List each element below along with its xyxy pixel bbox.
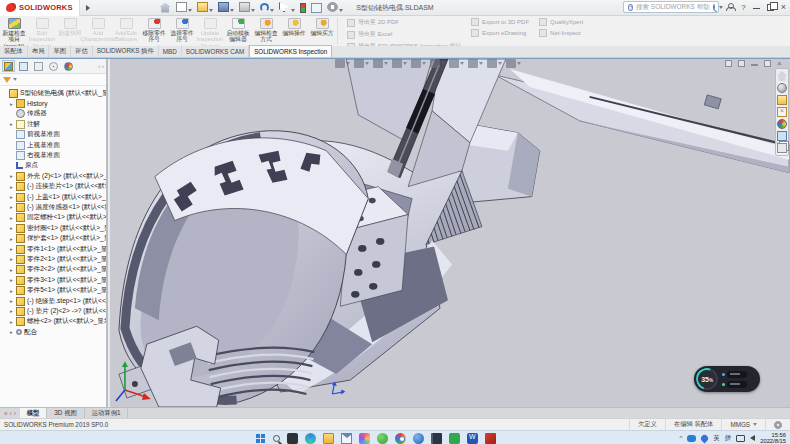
panel-globe-icon[interactable] [777, 83, 787, 93]
tool-dropdown-icon[interactable] [403, 62, 407, 65]
rebuild-icon[interactable] [300, 3, 306, 13]
options-icon[interactable] [327, 2, 338, 12]
ribbon-button[interactable]: 新建检查项目(amp;N) [0, 16, 28, 46]
tree-item[interactable]: 零件2<2> (默认<<默认>_显示状 [0, 265, 106, 275]
ribbon-button[interactable]: 移除零件序号 [140, 16, 168, 46]
tool-dropdown-icon[interactable] [498, 62, 502, 65]
ribbon-button[interactable]: Add/Edit Balloons [112, 16, 140, 46]
tree-item[interactable]: 保护套<1> (默认<<默认>_显示状 [0, 233, 106, 243]
headsup-tool[interactable] [430, 59, 445, 68]
doc-restore-button[interactable] [764, 60, 771, 67]
select-dropdown-icon[interactable] [291, 9, 295, 12]
headsup-tool[interactable] [354, 59, 369, 68]
help-menu-icon[interactable]: ? [741, 3, 745, 12]
chrome-icon[interactable] [395, 433, 406, 444]
word-app-icon[interactable] [467, 433, 478, 444]
zoom-overlay-widget[interactable]: 35% [694, 366, 760, 392]
tree-item[interactable]: 上视基准面 [0, 140, 106, 150]
search-box[interactable]: ? 搜索 SOLIDWORKS 帮助 [623, 1, 719, 13]
ribbon-button[interactable]: Add Characteristic [84, 16, 112, 46]
export-button[interactable]: QualityXpert [539, 18, 583, 26]
new-file-icon[interactable] [176, 2, 187, 12]
ribbon-button[interactable]: 编辑操作 [280, 16, 308, 46]
tree-item[interactable]: S型铂铑热电偶 (默认<默认_显示状态-1 [0, 88, 106, 98]
green-app-icon[interactable] [377, 433, 388, 444]
undo-icon[interactable] [260, 3, 269, 12]
headsup-tool[interactable] [411, 59, 426, 68]
panel-viewcube-icon[interactable] [777, 107, 787, 117]
dimxpertmanager-tab[interactable] [47, 60, 60, 72]
solidworks-logo[interactable]: SOLIDWORKS [0, 0, 80, 16]
tree-item[interactable]: History [0, 98, 106, 108]
mail-icon[interactable] [341, 433, 352, 444]
select-icon[interactable] [279, 2, 290, 12]
tree-item[interactable]: (-) 上盖<1> (默认<<默认>_显示状 [0, 192, 106, 202]
command-tab[interactable]: 草图 [49, 45, 71, 57]
tree-item[interactable]: 零件2<1> (默认<<默认>_显示状 [0, 254, 106, 264]
print-icon[interactable] [239, 2, 250, 12]
search-dropdown-icon[interactable] [719, 6, 723, 9]
tool-dropdown-icon[interactable] [384, 62, 388, 65]
propertymanager-tab[interactable] [17, 60, 30, 72]
location-pin-icon[interactable] [700, 433, 710, 443]
ribbon-button[interactable]: Edit Inspection Project [28, 16, 56, 46]
filter-dropdown-icon[interactable] [13, 78, 17, 81]
command-tab[interactable]: 布局 [28, 45, 50, 57]
pane-left-icon[interactable] [725, 60, 732, 67]
solidworks-taskbar-icon[interactable] [485, 433, 496, 444]
document-tab[interactable]: 模型 [20, 408, 48, 418]
tree-item[interactable]: 传感器 [0, 109, 106, 119]
open-file-icon[interactable] [197, 2, 208, 12]
tree-item[interactable]: (-) 温度传感器<1> (默认<<默认>_ [0, 202, 106, 212]
headsup-tool[interactable] [373, 59, 388, 68]
undo-dropdown-icon[interactable] [270, 9, 274, 12]
notebook-app-icon[interactable] [431, 433, 442, 444]
options-dropdown-icon[interactable] [339, 9, 343, 12]
file-explorer-icon[interactable] [323, 433, 334, 444]
overlay-toggle-2[interactable] [727, 381, 747, 388]
command-tab[interactable]: SOLIDWORKS Inspection [249, 45, 332, 57]
edge-browser-icon[interactable] [305, 433, 316, 444]
export-button[interactable]: 导出至 2D PDF [347, 18, 461, 27]
filter-funnel-icon[interactable] [3, 77, 11, 83]
new-file-dropdown-icon[interactable] [188, 9, 192, 12]
tree-item[interactable]: 前视基准面 [0, 130, 106, 140]
ribbon-button[interactable]: 编辑检查方式 [252, 16, 280, 46]
tool-dropdown-icon[interactable] [479, 62, 483, 65]
home-icon[interactable] [160, 3, 171, 13]
tree-item[interactable]: 密封圈<1> (默认<<默认>_显示状 [0, 223, 106, 233]
export-button[interactable]: Export eDrawing [471, 29, 529, 37]
command-tab[interactable]: 装配体 [0, 45, 28, 57]
print-dropdown-icon[interactable] [251, 9, 255, 12]
wps-icon[interactable] [449, 433, 460, 444]
command-tab[interactable]: SOLIDWORKS CAM [182, 45, 249, 57]
close-button[interactable]: × [781, 3, 786, 11]
tool-dropdown-icon[interactable] [346, 62, 350, 65]
tab-scroll-arrows[interactable]: ‹ › [98, 63, 104, 69]
ribbon-button[interactable]: 启动模板编辑器 [224, 16, 252, 46]
panel-home-icon[interactable] [777, 71, 787, 81]
taskbar-search-icon[interactable] [273, 435, 280, 442]
tree-item[interactable]: 原点 [0, 161, 106, 171]
restore-button[interactable] [767, 4, 774, 11]
panel-colorwheel-icon[interactable] [777, 119, 787, 129]
featuremanager-tree-tab[interactable] [2, 60, 15, 72]
search-icon[interactable] [713, 4, 715, 10]
overlay-toggle-1[interactable] [727, 371, 747, 378]
clock[interactable]: 15:56 2022/8/15 [760, 432, 786, 444]
graphics-viewport[interactable]: × [110, 59, 790, 407]
windows-start-icon[interactable] [255, 433, 266, 444]
tree-item[interactable]: 螺栓<2> (默认<<默认>_显示状态 [0, 317, 106, 327]
ribbon-button[interactable]: 编辑买方 [308, 16, 336, 46]
onedrive-icon[interactable] [687, 435, 696, 442]
headsup-tool[interactable] [392, 59, 407, 68]
tree-item[interactable]: 右视基准面 [0, 150, 106, 160]
command-tab[interactable]: SOLIDWORKS 插件 [93, 45, 159, 57]
units-selector[interactable]: MMGS [721, 419, 765, 430]
language-indicator[interactable]: 英 [713, 434, 720, 443]
tool-dropdown-icon[interactable] [365, 62, 369, 65]
ribbon-button[interactable]: Update Inspection Project [196, 16, 224, 46]
model-3d-view[interactable] [110, 59, 790, 407]
pane-right-icon[interactable] [738, 60, 745, 67]
file-properties-icon[interactable] [311, 3, 322, 13]
